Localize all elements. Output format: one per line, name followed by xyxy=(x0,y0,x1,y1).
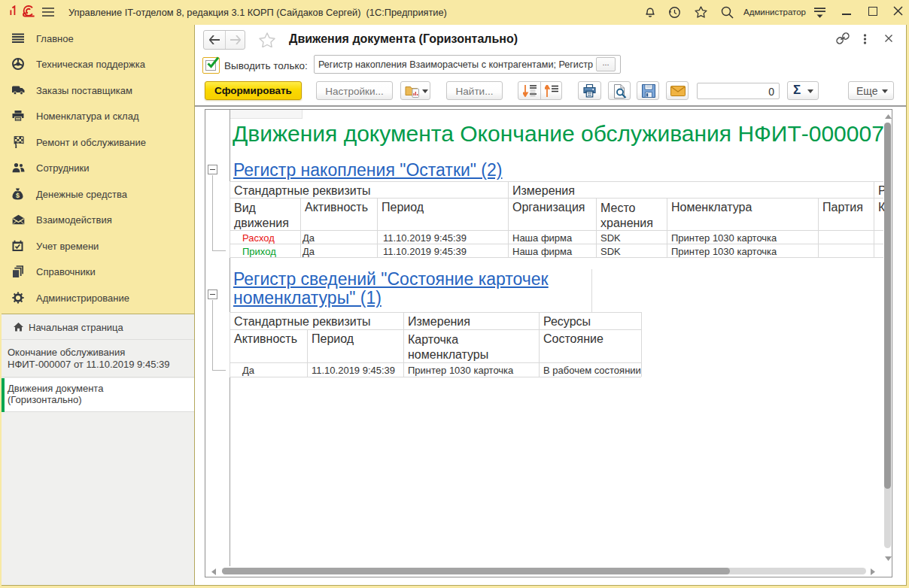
svg-text:$: $ xyxy=(16,192,20,199)
